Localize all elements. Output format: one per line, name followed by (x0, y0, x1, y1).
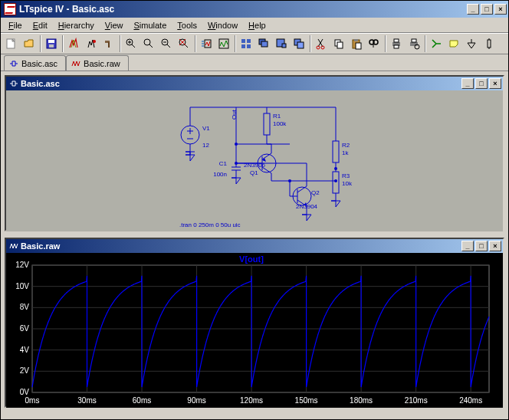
print-setup-button[interactable] (406, 35, 422, 52)
tile-button[interactable] (238, 35, 254, 52)
mdi-minimize-button[interactable]: _ (461, 241, 474, 251)
cut-button[interactable] (313, 35, 330, 52)
close-window-button[interactable] (273, 35, 290, 52)
svg-rect-64 (264, 113, 270, 135)
mdi-maximize-button[interactable]: □ (475, 241, 488, 251)
label-net-button[interactable] (445, 35, 462, 52)
comp-r2-value: 1k (342, 149, 349, 156)
hammer-button[interactable] (100, 35, 117, 52)
place-res-button[interactable] (481, 35, 498, 52)
save-button[interactable] (43, 35, 60, 52)
print-button[interactable] (388, 35, 405, 52)
mdi-maximize-button[interactable]: □ (475, 78, 488, 89)
schematic-icon (9, 59, 18, 68)
zoom-pan-button[interactable] (140, 35, 157, 52)
x-tick: 120ms (240, 396, 263, 405)
plot-titlebar[interactable]: Basic.raw _ □ × (6, 239, 503, 253)
toolbar-separator (425, 35, 426, 52)
svg-rect-2 (48, 40, 54, 43)
toolbar-separator (40, 35, 41, 52)
tab-label: Basic.asc (21, 59, 57, 68)
app-titlebar: LTspice IV - Basic.asc _ □ × (1, 1, 508, 18)
trace-label[interactable]: V[out] (239, 254, 264, 264)
mdi-client: Basic.asc _ □ × V1 12 (1, 71, 508, 419)
menu-view[interactable]: View (100, 19, 128, 31)
menu-window[interactable]: Window (203, 19, 242, 31)
toolbar (1, 33, 508, 54)
draw-wire-button[interactable] (428, 35, 445, 52)
menu-hierarchy[interactable]: Hierarchy (54, 19, 99, 31)
new-schematic-button[interactable] (3, 35, 20, 52)
close-button[interactable]: × (494, 4, 507, 15)
find-button[interactable] (366, 35, 383, 52)
comp-r3-name: R3 (342, 172, 350, 179)
comp-v1-value: 12 (202, 142, 209, 149)
plot-canvas[interactable]: V[out]0V2V4V6V8V10V12V0ms30ms60ms90ms120… (6, 253, 503, 408)
place-gnd-button[interactable] (463, 35, 480, 52)
y-tick: 10V (15, 282, 29, 290)
autorange-button[interactable] (215, 35, 232, 52)
comp-r2-name: R2 (342, 142, 350, 149)
svg-rect-97 (333, 141, 339, 162)
cascade-button[interactable] (255, 35, 272, 52)
toolbar-separator (310, 35, 311, 52)
app-icon (4, 3, 16, 15)
net-label-out: Out (231, 109, 238, 120)
paste-button[interactable] (348, 35, 365, 52)
svg-point-103 (334, 167, 337, 170)
halt-button[interactable] (83, 35, 100, 52)
svg-point-4 (93, 40, 96, 43)
comp-r1-name: R1 (273, 113, 281, 120)
x-tick: 60ms (133, 396, 151, 405)
tab-waveform[interactable]: Basic.raw (66, 55, 129, 71)
x-tick: 210ms (405, 396, 428, 405)
svg-rect-6 (108, 42, 110, 48)
schematic-icon (9, 79, 18, 88)
zoom-fit-button[interactable] (176, 35, 192, 52)
comp-q2-name: Q2 (311, 189, 320, 196)
tab-schematic[interactable]: Basic.asc (4, 55, 66, 71)
svg-rect-29 (282, 44, 286, 48)
svg-rect-31 (297, 42, 304, 48)
comp-q1-value: 2N3906 (244, 162, 266, 169)
copy-window-button[interactable] (291, 35, 307, 52)
comp-v1-name: V1 (202, 125, 210, 132)
menu-file[interactable]: File (4, 19, 27, 31)
toolbar-separator (62, 35, 64, 52)
mdi-minimize-button[interactable]: _ (461, 78, 474, 89)
menu-simulate[interactable]: Simulate (129, 19, 171, 31)
svg-rect-22 (241, 39, 245, 43)
menu-edit[interactable]: Edit (28, 19, 52, 31)
maximize-button[interactable]: □ (481, 4, 493, 15)
mdi-close-button[interactable]: × (489, 78, 501, 89)
svg-rect-38 (356, 43, 361, 49)
svg-point-11 (144, 39, 150, 45)
waveform-icon (71, 59, 80, 68)
svg-rect-23 (247, 39, 251, 43)
schematic-canvas[interactable]: V1 12 R1 100k Out (6, 90, 503, 231)
svg-line-8 (132, 44, 135, 48)
svg-rect-25 (247, 44, 251, 48)
svg-rect-45 (410, 42, 418, 46)
pick-visible-button[interactable] (198, 35, 215, 52)
schematic-window: Basic.asc _ □ × V1 12 (5, 75, 504, 231)
svg-line-12 (149, 44, 153, 48)
zoom-out-button[interactable] (158, 35, 175, 52)
menu-help[interactable]: Help (244, 19, 271, 31)
y-tick: 4V (20, 346, 30, 354)
zoom-in-button[interactable] (123, 35, 140, 52)
mdi-close-button[interactable]: × (489, 241, 501, 251)
svg-rect-35 (337, 42, 343, 48)
schematic-titlebar[interactable]: Basic.asc _ □ × (6, 77, 503, 90)
comp-c1-name: C1 (219, 160, 228, 167)
svg-rect-3 (49, 44, 54, 48)
copy-button[interactable] (330, 35, 347, 52)
menu-tools[interactable]: Tools (172, 19, 202, 31)
x-tick: 30ms (77, 396, 96, 405)
trace-vout[interactable] (32, 276, 489, 387)
x-tick: 240ms (459, 396, 482, 405)
x-tick: 150ms (295, 396, 318, 405)
minimize-button[interactable]: _ (467, 4, 479, 15)
open-button[interactable] (21, 35, 38, 52)
run-button[interactable] (65, 35, 82, 52)
